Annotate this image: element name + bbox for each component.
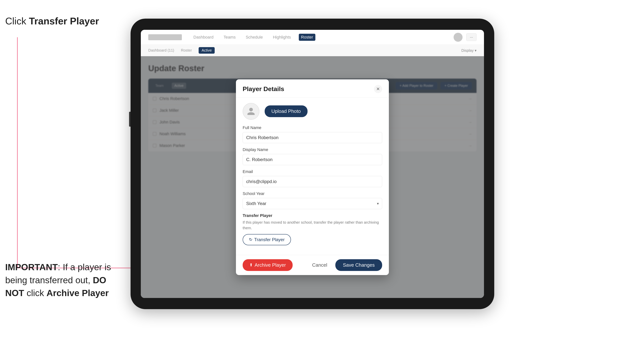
save-changes-button[interactable]: Save Changes (335, 259, 382, 271)
transfer-player-section: Transfer Player If this player has moved… (243, 213, 382, 245)
cancel-label: Cancel (312, 262, 327, 268)
modal-close-button[interactable]: ✕ (374, 85, 382, 93)
sub-tab-roster[interactable]: Roster (178, 47, 195, 54)
school-year-select[interactable]: Sixth Year First Year Second Year Third … (243, 198, 382, 209)
instruction-archive: Archive Player (46, 288, 109, 298)
nav-item-teams[interactable]: Teams (222, 34, 238, 41)
modal-header: Player Details ✕ (236, 79, 389, 98)
school-year-label: School Year (243, 191, 382, 196)
nav-item-schedule[interactable]: Schedule (244, 34, 265, 41)
instruction-bold: Transfer Player (29, 16, 99, 26)
full-name-group: Full Name (243, 125, 382, 143)
display-name-label: Display Name (243, 147, 382, 152)
modal-title: Player Details (243, 85, 284, 93)
cancel-button[interactable]: Cancel (308, 260, 332, 270)
email-group: Email (243, 169, 382, 187)
upload-photo-label: Upload Photo (271, 108, 301, 114)
main-content: Update Roster Team Active + Add Player t… (141, 56, 484, 298)
school-year-group: School Year Sixth Year First Year Second… (243, 191, 382, 209)
transfer-icon: ↻ (249, 237, 252, 242)
avatar-placeholder (243, 103, 260, 120)
tablet-screen: Dashboard Teams Schedule Highlights Rost… (141, 30, 484, 298)
nav-item-highlights[interactable]: Highlights (270, 34, 293, 41)
instruction-text4: click (24, 288, 46, 298)
user-icon (246, 107, 256, 116)
app-logo (148, 34, 182, 40)
app-nav: Dashboard Teams Schedule Highlights Rost… (191, 34, 316, 41)
tablet-side-button (129, 112, 130, 127)
save-label: Save Changes (343, 262, 375, 268)
player-details-modal: Player Details ✕ (236, 79, 389, 275)
arrow-vertical-line (17, 37, 18, 268)
school-year-wrapper: Sixth Year First Year Second Year Third … (243, 198, 382, 209)
upload-photo-button[interactable]: Upload Photo (265, 105, 308, 117)
transfer-player-button[interactable]: ↻ Transfer Player (243, 234, 291, 245)
modal-footer: ⬆ Archive Player Cancel Save Changes (236, 255, 389, 275)
header-settings[interactable]: ··· (466, 33, 476, 41)
transfer-player-label: Transfer Player (254, 237, 284, 242)
instruction-prefix: Click (5, 16, 29, 26)
sub-tab-active[interactable]: Active (199, 47, 215, 54)
display-name-group: Display Name (243, 147, 382, 165)
instruction-bottom: IMPORTANT: If a player is being transfer… (5, 261, 121, 300)
nav-item-dashboard[interactable]: Dashboard (191, 34, 216, 41)
breadcrumb: Dashboard (11) (148, 48, 174, 52)
display-name-input[interactable] (243, 154, 382, 165)
header-right: ··· (454, 33, 476, 42)
sub-header: Dashboard (11) Roster Active Display ▾ (141, 45, 484, 56)
instruction-top: Click Transfer Player (5, 15, 99, 27)
transfer-section-title: Transfer Player (243, 213, 382, 218)
close-icon: ✕ (376, 86, 380, 92)
photo-section: Upload Photo (243, 103, 382, 120)
archive-player-label: Archive Player (254, 262, 286, 268)
transfer-description: If this player has moved to another scho… (243, 219, 382, 231)
app-header: Dashboard Teams Schedule Highlights Rost… (141, 30, 484, 45)
nav-item-roster[interactable]: Roster (299, 34, 316, 41)
display-toggle[interactable]: Display ▾ (462, 48, 476, 53)
tablet-device: Dashboard Teams Schedule Highlights Rost… (130, 19, 494, 309)
email-label: Email (243, 169, 382, 174)
modal-overlay: Player Details ✕ (141, 56, 484, 298)
full-name-label: Full Name (243, 125, 382, 130)
email-input[interactable] (243, 176, 382, 187)
archive-icon: ⬆ (249, 263, 253, 267)
full-name-input[interactable] (243, 132, 382, 143)
instruction-important: IMPORTANT (5, 262, 58, 272)
modal-body: Upload Photo Full Name Display Name (236, 98, 389, 255)
archive-player-button[interactable]: ⬆ Archive Player (243, 259, 293, 271)
user-avatar[interactable] (454, 33, 462, 42)
